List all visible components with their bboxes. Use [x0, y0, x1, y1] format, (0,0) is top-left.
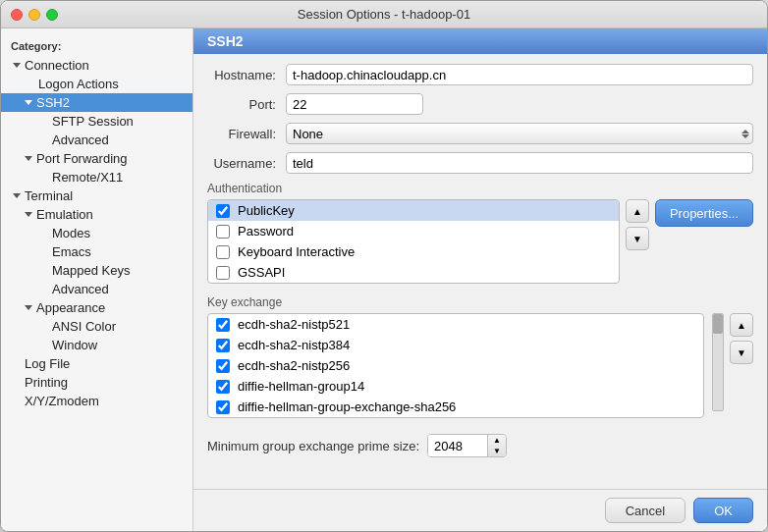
triangle-down-icon — [25, 156, 32, 161]
hostname-label: Hostname: — [207, 68, 286, 82]
ke-move-up-button[interactable]: ▲ — [730, 313, 753, 337]
sidebar-item-sftp-session[interactable]: SFTP Session — [1, 112, 192, 131]
window-title: Session Options - t-hadoop-01 — [298, 7, 470, 22]
hostname-row: Hostname: — [207, 64, 753, 85]
ke-scrollbar-track[interactable] — [712, 313, 724, 411]
key-exchange-label: Key exchange — [207, 295, 753, 309]
auth-checkbox-publickey[interactable] — [216, 204, 230, 218]
hostname-input[interactable] — [286, 64, 753, 85]
auth-move-up-button[interactable]: ▲ — [626, 199, 649, 223]
window: Session Options - t-hadoop-01 Category: … — [0, 0, 768, 532]
username-label: Username: — [207, 156, 286, 171]
sidebar-item-remote-x11[interactable]: Remote/X11 — [1, 168, 192, 186]
auth-item-publickey: PublicKey — [208, 200, 619, 221]
auth-checkbox-gssapi[interactable] — [216, 266, 230, 280]
ke-move-down-button[interactable]: ▼ — [730, 341, 753, 364]
firewall-row: Firewall: None Firewall 1 Firewall 2 — [207, 123, 753, 144]
sidebar-item-emulation[interactable]: Emulation — [1, 205, 192, 224]
ke-scrollbar-thumb[interactable] — [713, 314, 723, 334]
maximize-button[interactable] — [46, 9, 58, 21]
ke-label-group14: diffie-hellman-group14 — [238, 379, 364, 394]
main-content: Category: Connection Logon Actions SSH2 … — [1, 28, 767, 531]
ke-checkbox-group14[interactable] — [216, 380, 230, 394]
sidebar-item-advanced[interactable]: Advanced — [1, 131, 192, 149]
auth-list: PublicKey Password Keyboard Interactive — [207, 199, 620, 284]
auth-item-password: Password — [208, 221, 619, 241]
ke-item-nistp521: ecdh-sha2-nistp521 — [208, 314, 703, 335]
triangle-down-icon — [13, 193, 21, 198]
ke-checkbox-nistp384[interactable] — [216, 339, 230, 352]
prime-size-input[interactable] — [428, 435, 487, 456]
minimize-button[interactable] — [28, 9, 40, 21]
close-button[interactable] — [11, 9, 23, 21]
triangle-down-icon — [25, 100, 32, 105]
firewall-select[interactable]: None Firewall 1 Firewall 2 — [286, 123, 753, 144]
username-row: Username: — [207, 152, 753, 174]
triangle-down-icon — [25, 305, 32, 310]
sidebar-item-logon-actions[interactable]: Logon Actions — [1, 75, 192, 93]
key-exchange-list: ecdh-sha2-nistp521 ecdh-sha2-nistp384 ec… — [207, 313, 704, 418]
auth-buttons: ▲ ▼ — [626, 199, 649, 284]
auth-label-publickey: PublicKey — [238, 203, 295, 218]
sidebar-item-mapped-keys[interactable]: Mapped Keys — [1, 261, 192, 280]
firewall-label: Firewall: — [207, 127, 286, 141]
sidebar-item-printing[interactable]: Printing — [1, 373, 192, 392]
auth-label: Authentication — [207, 182, 753, 195]
sidebar-item-modes[interactable]: Modes — [1, 224, 192, 242]
ke-label-nistp384: ecdh-sha2-nistp384 — [238, 338, 350, 352]
titlebar: Session Options - t-hadoop-01 — [1, 1, 767, 28]
ke-checkbox-nistp256[interactable] — [216, 359, 230, 373]
prime-size-input-wrapper: ▲ ▼ — [427, 434, 507, 457]
auth-label-password: Password — [238, 224, 294, 239]
sidebar-item-terminal[interactable]: Terminal — [1, 186, 192, 205]
ke-label-nistp256: ecdh-sha2-nistp256 — [238, 358, 350, 373]
sidebar-item-appearance[interactable]: Appearance — [1, 298, 192, 317]
traffic-lights — [11, 9, 58, 21]
triangle-down-icon — [13, 63, 21, 68]
sidebar-item-advanced2[interactable]: Advanced — [1, 280, 192, 298]
triangle-down-icon — [25, 212, 32, 217]
sidebar-item-ssh2[interactable]: SSH2 — [1, 93, 192, 112]
prime-stepper-down[interactable]: ▼ — [488, 446, 506, 456]
sidebar-item-emacs[interactable]: Emacs — [1, 242, 192, 261]
auth-checkbox-password[interactable] — [216, 225, 230, 239]
auth-box-wrapper: PublicKey Password Keyboard Interactive — [207, 199, 753, 284]
username-input[interactable] — [286, 152, 753, 174]
cancel-button[interactable]: Cancel — [605, 498, 686, 523]
ke-checkbox-nistp521[interactable] — [216, 318, 230, 332]
form-area: Hostname: Port: Firewall: None Firewall … — [193, 64, 767, 182]
ke-scrollbar — [710, 313, 724, 418]
auth-label-keyboard-interactive: Keyboard Interactive — [238, 244, 355, 259]
category-label: Category: — [1, 36, 192, 56]
prime-stepper-up[interactable]: ▲ — [488, 435, 506, 446]
auth-section: Authentication PublicKey Password — [193, 182, 767, 284]
prime-size-row: Minimum group exchange prime size: ▲ ▼ — [193, 428, 767, 463]
properties-button[interactable]: Properties... — [655, 199, 753, 227]
port-row: Port: — [207, 93, 753, 115]
ke-item-group14: diffie-hellman-group14 — [208, 376, 703, 397]
auth-item-gssapi: GSSAPI — [208, 262, 619, 283]
ke-checkbox-group-exchange-sha256[interactable] — [216, 400, 230, 414]
auth-checkbox-keyboard-interactive[interactable] — [216, 245, 230, 259]
sidebar-item-port-forwarding[interactable]: Port Forwarding — [1, 149, 192, 168]
sidebar-item-connection[interactable]: Connection — [1, 56, 192, 75]
sidebar-item-xyzmodem[interactable]: X/Y/Zmodem — [1, 392, 192, 410]
auth-item-keyboard-interactive: Keyboard Interactive — [208, 241, 619, 262]
prime-size-label: Minimum group exchange prime size: — [207, 439, 419, 453]
ke-item-group-exchange-sha256: diffie-hellman-group-exchange-sha256 — [208, 397, 703, 417]
sidebar-item-window[interactable]: Window — [1, 336, 192, 354]
prime-stepper: ▲ ▼ — [487, 435, 506, 456]
key-exchange-wrapper: ecdh-sha2-nistp521 ecdh-sha2-nistp384 ec… — [207, 313, 753, 418]
ke-label-group-exchange-sha256: diffie-hellman-group-exchange-sha256 — [238, 399, 456, 414]
sidebar: Category: Connection Logon Actions SSH2 … — [1, 28, 193, 531]
sidebar-item-log-file[interactable]: Log File — [1, 354, 192, 373]
sidebar-item-ansi-color[interactable]: ANSI Color — [1, 317, 192, 336]
ok-button[interactable]: OK — [693, 498, 753, 523]
key-exchange-section: Key exchange ecdh-sha2-nistp521 ecdh-sha… — [193, 295, 767, 418]
ke-label-nistp521: ecdh-sha2-nistp521 — [238, 317, 350, 332]
port-label: Port: — [207, 97, 286, 112]
port-input[interactable] — [286, 93, 423, 115]
ke-buttons: ▲ ▼ — [730, 313, 753, 418]
auth-move-down-button[interactable]: ▼ — [626, 227, 649, 250]
section-header: SSH2 — [193, 28, 767, 54]
